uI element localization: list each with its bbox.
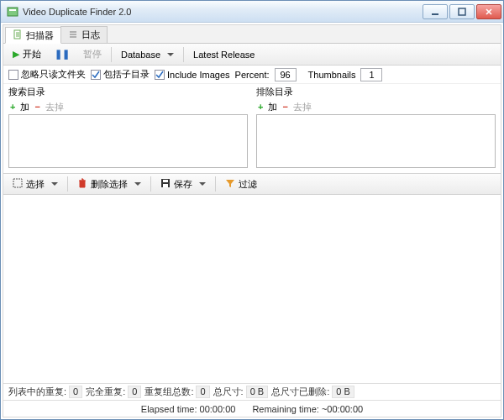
stat-value: 0 <box>69 386 82 398</box>
button-label: 选择 <box>26 178 45 191</box>
svg-rect-0 <box>8 8 18 16</box>
minimize-button[interactable] <box>423 4 448 19</box>
tab-label: 日志 <box>81 29 100 41</box>
button-label: 保存 <box>174 178 192 191</box>
main-toolbar: ▶ 开始 ❚❚ 暂停 Database Latest Release <box>3 44 501 66</box>
stat-label: 重复组总数: <box>144 386 193 398</box>
filter-icon <box>225 178 235 190</box>
stat-value: 0 B <box>246 386 269 398</box>
stat-label: 总尺寸已删除: <box>271 386 329 398</box>
separator <box>111 47 112 62</box>
stat-value: 0 B <box>332 386 354 398</box>
app-window: Video Duplicate Finder 2.0 扫描器 日志 ▶ 开始 <box>0 0 504 420</box>
include-images-checkbox[interactable]: Include Images <box>155 70 230 80</box>
button-label: 暂停 <box>83 48 102 60</box>
button-label: 删除选择 <box>91 178 128 191</box>
trash-icon <box>77 178 87 190</box>
status-bar-time: Elapsed time: 00:00:00 Remaining time: ~… <box>3 400 501 417</box>
panel-title: 搜索目录 <box>8 86 248 99</box>
pause-icon: ❚❚ <box>55 49 70 60</box>
checkbox-icon <box>8 70 18 80</box>
maximize-button[interactable] <box>449 4 475 19</box>
stat-value: 0 <box>128 386 141 398</box>
time-value: 00:00:00 <box>200 404 236 414</box>
directories-row: 搜索目录 + 加 − 去掉 排除目录 + 加 − 去掉 <box>3 84 501 173</box>
app-icon <box>6 5 19 18</box>
exclude-dir-panel: 排除目录 + 加 − 去掉 <box>256 86 496 168</box>
window-title: Video Duplicate Finder 2.0 <box>23 7 423 17</box>
filter-button[interactable]: 过滤 <box>219 175 263 193</box>
button-label: 开始 <box>23 48 41 60</box>
plus-icon: + <box>258 102 263 112</box>
titlebar: Video Duplicate Finder 2.0 <box>1 1 503 23</box>
play-icon: ▶ <box>13 49 19 60</box>
start-button[interactable]: ▶ 开始 <box>7 45 47 64</box>
svg-rect-3 <box>459 8 465 15</box>
minus-icon: − <box>282 102 287 112</box>
separator <box>150 176 151 192</box>
button-label: Database <box>121 50 160 60</box>
button-label: 过滤 <box>239 178 257 191</box>
checkbox-icon <box>155 70 165 80</box>
thumbnails-field[interactable]: 1 <box>360 68 382 81</box>
stat-label: 总尺寸: <box>213 386 244 398</box>
results-toolbar: 选择 删除选择 保存 过滤 <box>3 173 501 195</box>
save-dropdown[interactable]: 保存 <box>155 175 212 193</box>
client-area: 扫描器 日志 ▶ 开始 ❚❚ 暂停 Database <box>3 24 501 417</box>
separator <box>67 176 68 192</box>
thumbnails-label: Thumbnails <box>308 70 356 80</box>
document-icon <box>13 29 23 41</box>
svg-rect-2 <box>432 13 438 15</box>
search-dir-list[interactable] <box>8 114 248 168</box>
close-button[interactable] <box>476 4 501 19</box>
time-value: ~00:00:00 <box>322 404 363 414</box>
separator <box>215 176 216 192</box>
stat-value: 0 <box>196 386 209 398</box>
latest-release-button[interactable]: Latest Release <box>187 45 260 64</box>
checkbox-label: 忽略只读文件夹 <box>21 68 86 81</box>
add-dir-button[interactable]: 加 <box>20 101 29 113</box>
status-bar-stats: 列表中的重复:0 完全重复:0 重复组总数:0 总尺寸:0 B 总尺寸已删除:0… <box>3 383 501 400</box>
svg-rect-1 <box>9 9 16 11</box>
panel-title: 排除目录 <box>256 86 496 99</box>
database-dropdown[interactable]: Database <box>115 45 180 64</box>
stat-label: 列表中的重复: <box>8 386 66 398</box>
dir-buttons: + 加 − 去掉 <box>256 99 496 114</box>
checkbox-icon <box>91 70 101 80</box>
select-dropdown[interactable]: 选择 <box>7 175 64 193</box>
checkbox-label: Include Images <box>167 70 230 80</box>
window-controls <box>423 4 501 19</box>
results-list[interactable] <box>3 195 501 383</box>
remove-dir-button[interactable]: 去掉 <box>45 101 64 113</box>
time-label: Elapsed time: <box>141 404 197 414</box>
separator <box>183 47 184 62</box>
exclude-dir-list[interactable] <box>256 114 496 168</box>
svg-rect-5 <box>13 179 22 187</box>
button-label: Latest Release <box>193 50 255 60</box>
include-subdir-checkbox[interactable]: 包括子目录 <box>91 68 150 81</box>
percent-label: Percent: <box>235 70 270 80</box>
stat-label: 完全重复: <box>86 386 125 398</box>
svg-rect-8 <box>163 184 168 187</box>
checkbox-label: 包括子目录 <box>103 68 150 81</box>
pause-button[interactable]: ❚❚ <box>49 45 76 64</box>
list-icon <box>68 29 78 41</box>
tab-log[interactable]: 日志 <box>60 26 108 43</box>
select-rect-icon <box>13 178 23 190</box>
add-dir-button[interactable]: 加 <box>268 101 277 113</box>
percent-field[interactable]: 96 <box>275 68 297 81</box>
svg-rect-7 <box>163 180 168 182</box>
delete-select-dropdown[interactable]: 删除选择 <box>71 175 147 193</box>
time-label: Remaining time: <box>252 404 318 414</box>
tab-label: 扫描器 <box>26 29 54 42</box>
plus-icon: + <box>10 102 15 112</box>
stop-button[interactable]: 暂停 <box>77 45 108 64</box>
tab-scanner[interactable]: 扫描器 <box>5 27 61 44</box>
tab-strip: 扫描器 日志 <box>3 25 501 44</box>
save-icon <box>160 178 171 190</box>
ignore-readonly-checkbox[interactable]: 忽略只读文件夹 <box>8 68 86 81</box>
remove-dir-button[interactable]: 去掉 <box>293 101 312 113</box>
minus-icon: − <box>34 102 39 112</box>
dir-buttons: + 加 − 去掉 <box>8 99 248 114</box>
search-dir-panel: 搜索目录 + 加 − 去掉 <box>8 86 248 168</box>
